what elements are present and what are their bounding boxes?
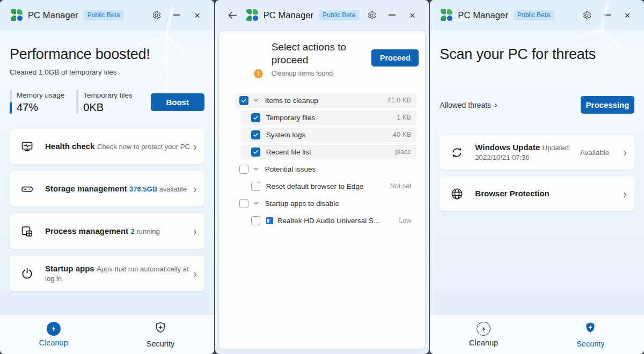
public-beta-badge: Public Beta — [84, 10, 124, 20]
list-item-recent-file-list[interactable]: Recent file list place — [241, 145, 417, 159]
chevron-right-icon: › — [193, 268, 197, 279]
pc-manager-logo-icon — [246, 9, 258, 21]
app-title: PC Manager — [458, 10, 508, 20]
checkbox-unchecked[interactable] — [239, 199, 248, 208]
checkbox-checked[interactable] — [251, 148, 260, 157]
page-title: Performance boosted! — [10, 46, 204, 63]
startup-apps-card[interactable]: Startup apps Apps that run automatically… — [10, 256, 204, 291]
chevron-right-icon: › — [193, 226, 197, 237]
allowed-threats-link[interactable]: Allowed threats › — [440, 100, 497, 109]
security-home-window: PC Manager Public Beta × Scan your PC fo… — [430, 0, 644, 354]
cleanup-details-card: ! Select actions to proceed Cleanup item… — [219, 31, 426, 349]
temporary-files-stat: Temporary files 0KB — [76, 90, 133, 114]
app-title: PC Manager — [28, 10, 78, 20]
minimize-icon[interactable] — [384, 7, 400, 23]
memory-usage-stat: Memory usage 47% — [10, 90, 64, 114]
titlebar: PC Manager Public Beta × — [215, 0, 429, 30]
checkbox-unchecked[interactable] — [251, 216, 260, 225]
checkbox-checked[interactable] — [251, 130, 260, 139]
card-subtitle: 2 running — [131, 227, 160, 235]
list-item-reset-default-browser[interactable]: Reset default browser to Edge Not set — [241, 179, 417, 194]
nav-tab-cleanup[interactable]: Cleanup — [430, 322, 537, 347]
windows-update-card[interactable]: Windows Update Updated: 2022/10/21 07:36… — [440, 135, 634, 169]
audio-app-icon — [266, 217, 273, 224]
card-subtitle: Check now to protect your PC — [97, 143, 190, 151]
browser-protection-card[interactable]: Browser Protection › — [440, 176, 634, 211]
chevron-down-icon[interactable] — [253, 97, 259, 104]
checkbox-unchecked[interactable] — [251, 182, 260, 191]
cleanup-home-window: PC Manager Public Beta × Performance boo… — [0, 0, 214, 354]
nav-tab-security[interactable]: Security — [107, 321, 214, 348]
nav-label: Security — [576, 340, 604, 348]
back-arrow-icon[interactable] — [226, 8, 240, 22]
warning-icon: ! — [253, 68, 264, 79]
nav-tab-cleanup[interactable]: Cleanup — [0, 322, 107, 347]
close-icon[interactable]: × — [619, 7, 635, 23]
sync-icon — [449, 145, 464, 160]
stat-label: Memory usage — [17, 91, 64, 99]
threats-row: Allowed threats › Processing — [440, 96, 634, 114]
close-icon[interactable]: × — [404, 7, 420, 23]
chevron-down-icon[interactable] — [253, 200, 259, 206]
card-title: Startup apps — [45, 264, 94, 273]
card-title: Windows Update — [475, 143, 540, 152]
stat-label: Temporary files — [83, 91, 133, 99]
status-text: Available — [580, 149, 610, 157]
list-item-temporary-files[interactable]: Temporary files 1 KB — [241, 110, 417, 125]
card-subtitle: 376.5GB available — [129, 185, 187, 193]
cleanup-hero: ! Select actions to proceed Cleanup item… — [219, 31, 426, 77]
card-title: Storage management — [45, 184, 127, 193]
checkbox-unchecked[interactable] — [239, 165, 248, 174]
chevron-right-icon: › — [623, 147, 627, 158]
list-item-items-to-cleanup[interactable]: Items to cleanup 41.0 KB — [235, 93, 417, 108]
process-management-card[interactable]: Process management 2 running › — [10, 213, 204, 249]
proceed-button[interactable]: Proceed — [371, 49, 419, 67]
card-title: Health check — [45, 142, 95, 151]
settings-gear-icon[interactable] — [363, 7, 379, 23]
checkbox-checked[interactable] — [251, 113, 260, 122]
lightning-icon — [47, 322, 61, 336]
public-beta-badge: Public Beta — [319, 10, 359, 20]
checkbox-checked[interactable] — [239, 96, 248, 105]
laptop-icon: ! — [233, 45, 260, 77]
storage-management-card[interactable]: Storage management 376.5GB available › — [10, 171, 204, 206]
health-check-card[interactable]: Health check Check now to protect your P… — [10, 129, 204, 164]
titlebar: PC Manager Public Beta × — [430, 0, 644, 30]
page-title: Scan your PC for threats — [440, 46, 634, 63]
close-icon[interactable]: × — [189, 7, 206, 23]
chevron-right-icon: › — [494, 100, 497, 109]
temporary-files-bar — [76, 90, 78, 114]
health-check-icon — [19, 139, 34, 154]
nav-label: Cleanup — [39, 338, 68, 347]
shield-plus-icon — [153, 321, 167, 337]
chevron-down-icon[interactable] — [253, 166, 259, 172]
bottom-nav: Cleanup Security — [0, 314, 214, 354]
hero-title: Select actions to proceed — [272, 41, 346, 65]
settings-gear-icon[interactable] — [579, 7, 595, 23]
minimize-icon[interactable] — [599, 7, 615, 23]
nav-label: Cleanup — [469, 338, 498, 347]
page-subtitle: Cleaned 1.0GB of temporary files — [10, 68, 204, 76]
boost-button[interactable]: Boost — [151, 93, 204, 111]
chevron-right-icon: › — [193, 141, 197, 152]
memory-usage-bar — [10, 90, 12, 114]
chevron-right-icon: › — [193, 183, 197, 194]
stats-row: Memory usage 47% Temporary files 0KB Boo… — [10, 90, 204, 114]
titlebar: PC Manager Public Beta × — [0, 0, 214, 30]
chevron-right-icon: › — [623, 188, 627, 199]
hero-subtitle: Cleanup items found — [272, 70, 367, 77]
nav-tab-security[interactable]: Security — [537, 321, 644, 348]
list-item-system-logs[interactable]: System logs 40 KB — [241, 128, 417, 142]
nav-label: Security — [147, 340, 174, 348]
settings-gear-icon[interactable] — [149, 7, 165, 23]
list-item-realtek-audio[interactable]: Realtek HD Audio Universal S... Low — [241, 213, 417, 228]
list-item-potential-issues[interactable]: Potential issues — [235, 162, 417, 176]
card-title: Browser Protection — [475, 189, 549, 198]
storage-icon — [19, 181, 34, 196]
processing-button[interactable]: Processing — [581, 96, 634, 114]
card-title: Process management — [45, 226, 128, 235]
cleanup-items-list: Items to cleanup 41.0 KB Temporary files… — [235, 93, 417, 228]
list-item-startup-apps-to-disable[interactable]: Startup apps to disable — [235, 196, 417, 211]
shield-plus-icon — [583, 321, 597, 337]
minimize-icon[interactable] — [169, 7, 185, 23]
